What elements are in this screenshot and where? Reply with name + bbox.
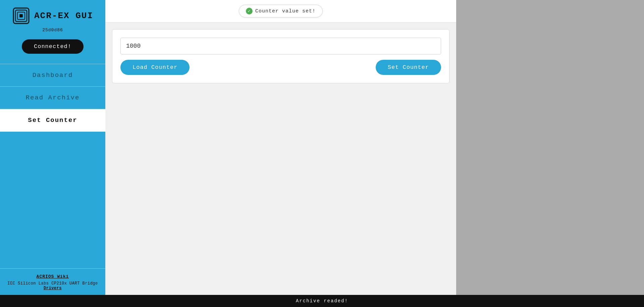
set-counter-button[interactable]: Set Counter <box>376 60 441 75</box>
sidebar-item-set-counter[interactable]: Set Counter <box>0 109 105 132</box>
drivers-text: IEC Silicon Labs CP210x UART Bridge Driv… <box>4 281 101 291</box>
sidebar-item-dashboard[interactable]: Dashboard <box>0 64 105 87</box>
right-panel <box>456 0 644 307</box>
status-text: Archive readed! <box>296 298 348 304</box>
svg-rect-3 <box>19 14 23 17</box>
notification-text: Counter value set! <box>255 8 316 14</box>
card-buttons: Load Counter Set Counter <box>120 60 441 75</box>
notification-bar: ✓ Counter value set! <box>105 0 456 23</box>
notification-pill: ✓ Counter value set! <box>239 5 323 17</box>
connected-button[interactable]: Connected! <box>22 39 84 54</box>
sidebar: ACR-EX GUI 25d0d86 Connected! Dashboard … <box>0 0 105 307</box>
status-bar: Archive readed! <box>0 295 644 307</box>
wiki-link[interactable]: ACRIOS Wiki <box>37 274 69 279</box>
check-icon: ✓ <box>246 8 253 14</box>
drivers-link[interactable]: Drivers <box>44 286 62 291</box>
app-subtitle: 25d0d86 <box>42 28 63 33</box>
app-title: ACR-EX GUI <box>34 11 93 21</box>
content-area: Load Counter Set Counter <box>105 23 456 307</box>
main-content: ✓ Counter value set! Load Counter Set Co… <box>105 0 456 307</box>
logo-area: ACR-EX GUI <box>12 7 93 25</box>
load-counter-button[interactable]: Load Counter <box>120 60 190 75</box>
app-logo-icon <box>12 7 30 25</box>
sidebar-item-read-archive[interactable]: Read Archive <box>0 87 105 109</box>
counter-card: Load Counter Set Counter <box>112 29 449 83</box>
counter-input[interactable] <box>120 38 441 54</box>
